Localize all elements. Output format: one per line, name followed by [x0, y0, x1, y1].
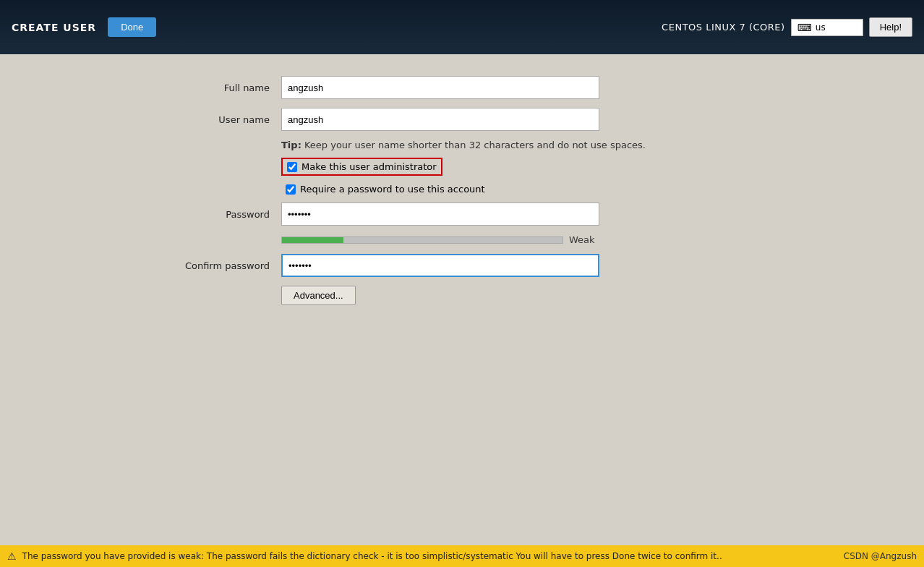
username-label: User name — [137, 114, 281, 125]
header-left: CREATE USER Done — [12, 17, 156, 37]
main-content: Full name User name Tip: Keep your user … — [0, 54, 924, 545]
page-title: CREATE USER — [12, 22, 96, 33]
admin-checkbox-row: Make this user administrator — [137, 158, 787, 176]
tip-text: Tip: Keep your user name shorter than 32… — [281, 140, 646, 150]
strength-bar-fill — [282, 237, 343, 243]
header-right: CENTOS LINUX 7 (CORE) ⌨ us Help! — [662, 17, 912, 37]
password-label: Password — [137, 209, 281, 220]
password-required-label: Require a password to use this account — [300, 184, 485, 195]
confirm-password-row: Confirm password — [137, 254, 787, 277]
admin-checkbox-container[interactable]: Make this user administrator — [281, 158, 442, 176]
keyboard-lang: us — [816, 22, 826, 33]
fullname-label: Full name — [137, 82, 281, 93]
tip-prefix: Tip: — [281, 140, 301, 150]
password-input[interactable] — [281, 202, 599, 226]
advanced-button[interactable]: Advanced... — [281, 286, 356, 305]
warning-icon: ⚠ — [7, 550, 17, 562]
password-row: Password — [137, 202, 787, 226]
password-required-row: Require a password to use this account — [137, 182, 787, 197]
fullname-row: Full name — [137, 76, 787, 99]
form-section: Full name User name Tip: Keep your user … — [137, 76, 787, 305]
confirm-password-label: Confirm password — [137, 260, 281, 271]
username-input[interactable] — [281, 108, 599, 131]
fullname-input[interactable] — [281, 76, 599, 99]
header: CREATE USER Done CENTOS LINUX 7 (CORE) ⌨… — [0, 0, 924, 54]
confirm-password-input[interactable] — [281, 254, 599, 277]
advanced-spacer — [137, 286, 281, 305]
strength-label: Weak — [569, 234, 595, 245]
warning-credit: CSDN @Angzush — [844, 551, 917, 561]
warning-text: The password you have provided is weak: … — [22, 551, 838, 561]
strength-bar-container — [281, 236, 563, 244]
done-button[interactable]: Done — [108, 17, 156, 37]
username-row: User name — [137, 108, 787, 131]
tip-row: Tip: Keep your user name shorter than 32… — [137, 140, 787, 150]
keyboard-icon: ⌨ — [797, 22, 812, 33]
tip-body: Keep your user name shorter than 32 char… — [301, 140, 646, 150]
admin-checkbox[interactable] — [287, 162, 297, 172]
tip-spacer — [137, 140, 281, 150]
help-button[interactable]: Help! — [869, 17, 912, 37]
warning-bar: ⚠ The password you have provided is weak… — [0, 545, 924, 567]
admin-checkbox-label: Make this user administrator — [301, 161, 437, 172]
strength-row: Weak — [137, 234, 787, 245]
password-required-checkbox[interactable] — [286, 184, 296, 195]
password-required-container[interactable]: Require a password to use this account — [281, 182, 489, 197]
advanced-row: Advanced... — [137, 286, 787, 305]
keyboard-selector[interactable]: ⌨ us — [791, 19, 863, 36]
os-label: CENTOS LINUX 7 (CORE) — [662, 22, 785, 33]
